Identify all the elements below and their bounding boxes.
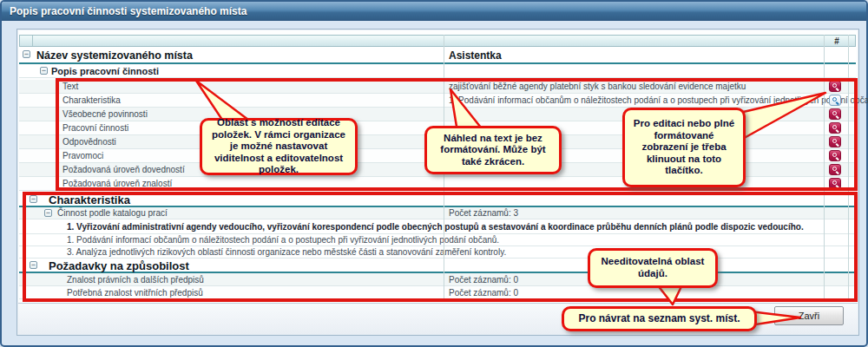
magnifier-icon[interactable] <box>829 122 841 134</box>
entry-text: 1. Vyřizování administrativní agendy ved… <box>67 219 804 234</box>
section-title: Požadavky na způsobilost <box>49 259 189 273</box>
header-cell-divider <box>32 36 33 46</box>
callout-text: Náhled na text je bez formátování. Může … <box>432 133 554 168</box>
section-title: Charakteristika <box>49 193 130 207</box>
lens-glyph <box>832 180 837 185</box>
lens-glyph <box>832 83 837 88</box>
magnifier-icon[interactable] <box>829 81 841 92</box>
poz-label: Znalost právních a dalších předpisů <box>67 273 204 286</box>
window-titlebar: Popis pracovní činnosti systemizovaného … <box>2 2 866 21</box>
hash-column-header: # <box>825 36 849 47</box>
position-name-label: Název systemizovaného místa <box>36 47 193 64</box>
lens-glyph <box>832 153 837 157</box>
row-item-text: Text zajišťování běžné agendy platební s… <box>19 80 856 94</box>
magnifier-icon[interactable] <box>829 108 841 120</box>
callout-preview-text: Náhled na text je bez formátování. Může … <box>424 126 562 174</box>
callout-editable-area: Oblast s možností editace položek. V rám… <box>200 118 358 175</box>
lens-glyph <box>832 167 837 171</box>
callout-close-button: Pro návrat na seznam syst. míst. <box>562 306 757 331</box>
collapse-icon[interactable]: − <box>40 67 48 75</box>
row-popis-header: − Popis pracovní činnosti <box>19 64 856 78</box>
item-label: Odpovědnosti <box>62 135 116 149</box>
lens-glyph <box>832 125 837 129</box>
callout-text: Pro editaci nebo plné formátované zobraz… <box>630 118 738 177</box>
lens-glyph <box>832 139 837 143</box>
magnifier-icon[interactable] <box>829 178 841 189</box>
item-value: zajišťování běžné agendy platební styk s… <box>449 80 746 94</box>
item-label: Požadovaná úroveň dovedností <box>62 163 185 177</box>
app-window: Popis pracovní činnosti systemizovaného … <box>0 0 868 347</box>
callout-text: Needitovatelná oblast údajů. <box>595 256 710 279</box>
row-entry-3: 3. Analýza jednotlivých rizikových oblas… <box>19 246 856 259</box>
section-pozadavky: − Požadavky na způsobilost <box>19 259 856 273</box>
catalog-label: Činnost podle katalogu prací <box>57 207 168 219</box>
magnifier-icon[interactable] <box>829 95 841 106</box>
poz-count: Počet záznamů: 0 <box>449 286 518 299</box>
entry-text: 3. Analýza jednotlivých rizikových oblas… <box>67 246 506 259</box>
item-value: 1. Podávání informací občanům o náležito… <box>449 94 868 108</box>
item-label: Požadovaná úroveň znalostí <box>62 177 172 191</box>
entry-text: 1. Podávání informací občanům o náležito… <box>67 234 499 246</box>
collapse-icon[interactable]: − <box>30 195 37 203</box>
lens-glyph <box>832 111 837 115</box>
row-position-name: − Název systemizovaného místa Asistentka <box>19 47 856 64</box>
window-title: Popis pracovní činnosti systemizovaného … <box>10 5 247 17</box>
item-label: Pravomoci <box>62 149 103 163</box>
position-name-value: Asistentka <box>449 47 502 64</box>
callout-magnifier-button: Pro editaci nebo plné formátované zobraz… <box>622 108 746 187</box>
grid-header-band: # <box>19 35 856 47</box>
item-label: Charakteristika <box>62 94 121 108</box>
magnifier-icon[interactable] <box>829 136 841 147</box>
close-button[interactable]: Zavři <box>774 306 844 325</box>
item-label: Všeobecné povinnosti <box>62 108 148 121</box>
row-znalost-pravnich: Znalost právních a dalších předpisů Poče… <box>19 273 856 286</box>
callout-readonly-area: Needitovatelná oblast údajů. <box>588 248 718 288</box>
section-charakteristika: − Charakteristika <box>19 193 856 207</box>
item-label: Pracovní činnosti <box>62 121 128 135</box>
collapse-icon[interactable]: − <box>44 209 52 217</box>
lens-glyph <box>832 97 837 101</box>
row-znalost-vnitrnich: Potřebná znalost vnitřních předpisů Poče… <box>19 286 856 299</box>
callout-text: Oblast s možností editace položek. V rám… <box>207 117 350 176</box>
screenshot-stage: Popis pracovní činnosti systemizovaného … <box>0 0 868 347</box>
poz-count: Počet záznamů: 0 <box>449 273 518 286</box>
collapse-icon[interactable]: − <box>23 50 30 58</box>
row-item-charakteristika: Charakteristika 1. Podávání informací ob… <box>19 94 856 108</box>
magnifier-icon[interactable] <box>829 150 841 161</box>
row-catalog: − Činnost podle katalogu prací Počet záz… <box>19 207 856 219</box>
item-label: Text <box>62 80 78 94</box>
poz-label: Potřebná znalost vnitřních předpisů <box>67 286 203 299</box>
popis-header-label: Popis pracovní činnosti <box>51 64 159 78</box>
catalog-count: Počet záznamů: 3 <box>449 207 518 219</box>
row-entry-1: 1. Vyřizování administrativní agendy ved… <box>19 219 856 234</box>
magnifier-icon[interactable] <box>829 164 841 175</box>
collapse-icon[interactable]: − <box>30 261 37 269</box>
callout-text: Pro návrat na seznam syst. míst. <box>578 312 740 324</box>
row-entry-2: 1. Podávání informací občanům o náležito… <box>19 234 856 246</box>
